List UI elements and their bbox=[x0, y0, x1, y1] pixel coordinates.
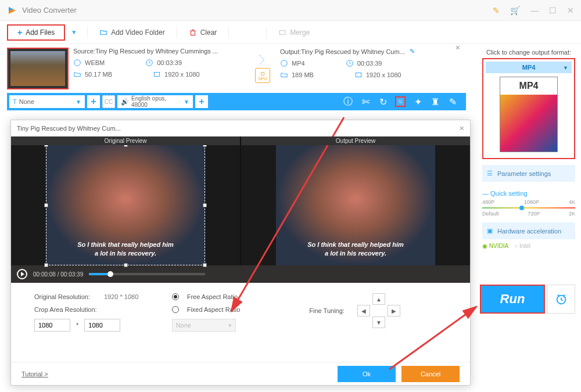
dialog-close-icon[interactable]: × bbox=[460, 124, 464, 133]
crop-icon[interactable] bbox=[395, 96, 406, 107]
radio-icon bbox=[172, 306, 179, 313]
dropdown-caret-icon[interactable]: ▼ bbox=[67, 29, 80, 35]
file-row: × Source: Tiny Pig Rescued by Whitney Cu… bbox=[0, 44, 465, 89]
hardware-accel-button[interactable]: ▣ Hardware acceleration bbox=[482, 222, 575, 239]
add-subtitle-button[interactable]: + bbox=[87, 95, 100, 108]
remove-file-icon[interactable]: × bbox=[456, 43, 460, 52]
sliders-icon: ☰ bbox=[487, 170, 493, 177]
subtitle-text: So I think that really helped hima lot i… bbox=[276, 240, 435, 257]
crop-handle[interactable] bbox=[203, 263, 207, 267]
svg-rect-4 bbox=[261, 72, 264, 75]
edit-output-icon[interactable]: ✎ bbox=[410, 48, 415, 55]
crop-handle[interactable] bbox=[44, 263, 48, 267]
caret-down-icon: ▼ bbox=[184, 99, 189, 105]
key-icon[interactable]: ✎ bbox=[493, 6, 500, 15]
chip-icon: ▣ bbox=[487, 227, 493, 235]
add-folder-label: Add Video Folder bbox=[111, 28, 165, 37]
fine-tuning-label: Fine Tuning: bbox=[309, 307, 345, 314]
merge-icon bbox=[278, 28, 286, 37]
cut-icon[interactable]: ✄ bbox=[360, 96, 371, 107]
format-preview-card: MP4 bbox=[500, 77, 558, 152]
out-size: 189 MB bbox=[292, 71, 314, 78]
dpad-down-button[interactable]: ▼ bbox=[372, 317, 385, 328]
rotate-icon[interactable]: ↻ bbox=[378, 96, 388, 107]
cc-button[interactable]: CC bbox=[102, 95, 115, 108]
crop-res-label: Crop Area Resolution: bbox=[34, 306, 98, 313]
titlebar: Video Converter ✎ 🛒 — ☐ ✕ bbox=[0, 0, 581, 21]
src-format: WEBM bbox=[85, 59, 105, 66]
add-folder-button[interactable]: Add Video Folder bbox=[95, 26, 170, 39]
hardware-accel-label: Hardware acceleration bbox=[497, 228, 561, 235]
crop-dialog: Tiny Pig Rescued by Whitney Cum... × Ori… bbox=[10, 120, 471, 386]
maximize-icon[interactable]: ☐ bbox=[549, 6, 557, 15]
free-aspect-radio[interactable]: Free Aspect Ratio bbox=[172, 293, 310, 300]
format-label: Click to change output format: bbox=[482, 46, 575, 58]
quality-slider[interactable] bbox=[482, 207, 575, 208]
original-preview-label: Original Preview bbox=[11, 136, 240, 145]
output-preview-label: Output Preview bbox=[241, 136, 470, 145]
parameter-settings-button[interactable]: ☰ Parameter settings bbox=[482, 165, 575, 182]
folder-icon bbox=[280, 71, 288, 79]
crop-handle[interactable] bbox=[203, 203, 207, 207]
right-panel: Click to change output format: MP4 ▼ MP4… bbox=[482, 46, 575, 249]
play-button[interactable] bbox=[17, 269, 27, 279]
folder-icon bbox=[99, 28, 107, 37]
svg-point-1 bbox=[74, 60, 81, 66]
close-icon[interactable]: ✕ bbox=[567, 6, 574, 15]
dpad-up-button[interactable]: ▲ bbox=[372, 293, 385, 305]
format-selector[interactable]: MP4 ▼ MP4 bbox=[482, 58, 575, 159]
crop-height-input[interactable] bbox=[84, 319, 120, 332]
crop-title: Tiny Pig Rescued by Whitney Cum... bbox=[17, 125, 121, 132]
crop-frame[interactable] bbox=[46, 145, 205, 265]
cancel-button[interactable]: Cancel bbox=[401, 366, 460, 382]
dpad-right-button[interactable]: ▶ bbox=[388, 305, 400, 317]
tutorial-link[interactable]: Tutorial > bbox=[21, 371, 48, 377]
minimize-icon[interactable]: — bbox=[530, 6, 539, 15]
out-format: MP4 bbox=[292, 60, 305, 67]
resolution-icon bbox=[153, 70, 161, 78]
crop-handle[interactable] bbox=[44, 203, 48, 207]
ok-button[interactable]: Ok bbox=[338, 366, 396, 382]
clear-button[interactable]: Clear bbox=[184, 26, 222, 39]
trash-icon bbox=[189, 28, 197, 37]
multiply-icon: * bbox=[76, 322, 78, 329]
svg-rect-0 bbox=[280, 30, 285, 34]
video-thumbnail[interactable] bbox=[7, 48, 69, 89]
add-files-button[interactable]: + Add Files bbox=[7, 24, 65, 41]
crop-width-input[interactable] bbox=[34, 319, 70, 332]
cart-icon[interactable]: 🛒 bbox=[510, 6, 520, 15]
arrow-right-icon bbox=[259, 54, 267, 66]
effects-icon[interactable]: ✦ bbox=[413, 96, 423, 107]
info-icon[interactable]: ⓘ bbox=[343, 96, 353, 107]
seek-thumb[interactable] bbox=[107, 271, 113, 277]
crop-handle[interactable] bbox=[124, 263, 128, 267]
speaker-icon: 🔊 bbox=[121, 98, 129, 106]
plus-icon: + bbox=[17, 28, 22, 37]
edit-icon[interactable]: ✎ bbox=[447, 96, 458, 107]
subtitle-select[interactable]: T None ▼ bbox=[9, 95, 85, 108]
caret-down-icon: ▼ bbox=[563, 65, 568, 71]
src-resolution: 1920 x 1080 bbox=[164, 71, 200, 78]
src-duration: 00:03:39 bbox=[157, 59, 182, 66]
watermark-icon[interactable]: ♜ bbox=[430, 96, 440, 107]
action-bar: T None ▼ + CC 🔊 English opus, 48000 ▼ + … bbox=[7, 93, 466, 110]
format-name: MP4 bbox=[522, 64, 536, 71]
fixed-aspect-radio[interactable]: Fixed Aspect Ratio bbox=[172, 306, 310, 313]
caret-down-icon: ▼ bbox=[76, 99, 81, 105]
merge-label: Merge bbox=[290, 28, 310, 37]
dpad-left-button[interactable]: ◀ bbox=[357, 305, 370, 317]
text-icon: T bbox=[13, 98, 17, 105]
run-button[interactable]: Run bbox=[480, 285, 545, 314]
svg-rect-3 bbox=[154, 73, 159, 77]
add-files-label: Add Files bbox=[26, 28, 55, 37]
add-audio-button[interactable]: + bbox=[195, 95, 208, 108]
output-title: Output: Tiny Pig Rescued by Whitney Cum.… bbox=[280, 48, 458, 57]
schedule-button[interactable] bbox=[547, 285, 575, 314]
radio-icon bbox=[172, 293, 179, 300]
format-icon bbox=[73, 59, 81, 67]
audio-select[interactable]: 🔊 English opus, 48000 ▼ bbox=[117, 95, 193, 108]
slider-thumb[interactable] bbox=[519, 206, 524, 210]
clock-icon bbox=[145, 59, 153, 67]
clear-label: Clear bbox=[200, 28, 217, 37]
seek-bar[interactable] bbox=[89, 273, 205, 275]
